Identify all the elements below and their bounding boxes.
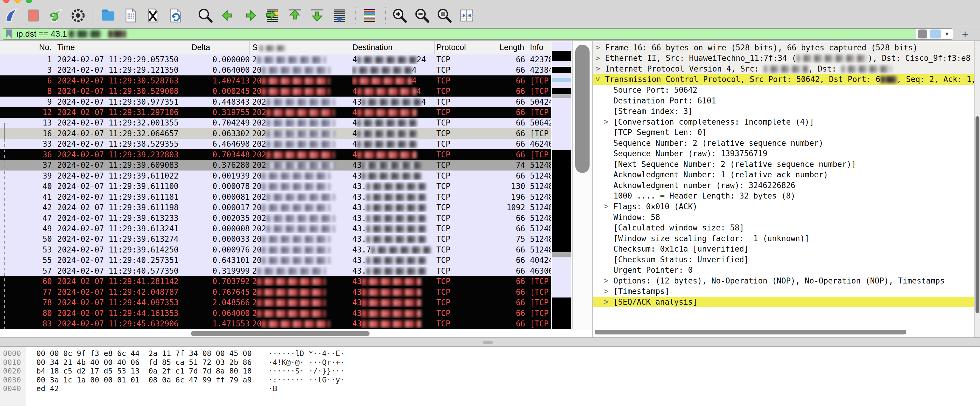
packet-row-12[interactable]: 122024-02-07 11:29:31.2971060.3197552024…: [0, 107, 551, 118]
chevron-right-icon[interactable]: >: [595, 43, 600, 52]
add-filter-button[interactable]: +: [957, 28, 973, 40]
hex-row[interactable]: 000000 00 0c 9f f3 e8 6c 44 2a 11 7f 34 …: [0, 349, 980, 358]
packet-row-60[interactable]: 602024-02-07 11:29:41.2811420.703792243T…: [0, 276, 551, 287]
clear-filter-button[interactable]: [918, 30, 927, 38]
column-header-protocol[interactable]: Protocol: [434, 41, 497, 54]
open-file-button[interactable]: [100, 6, 117, 24]
details-row[interactable]: Checksum: 0x1c1a [unverified]: [593, 244, 974, 254]
chevron-right-icon[interactable]: >: [604, 297, 609, 306]
packet-row-42[interactable]: 422024-02-07 11:29:39.6111980.0000172043…: [0, 202, 551, 213]
chevron-right-icon[interactable]: >: [604, 117, 609, 126]
packet-list-horizontal-scrollbar[interactable]: [0, 329, 593, 338]
packet-list-vertical-scrollbar[interactable]: [572, 41, 593, 329]
packet-row-41[interactable]: 412024-02-07 11:29:39.6111810.0000812024…: [0, 192, 551, 202]
pane-splitter[interactable]: [0, 338, 980, 347]
packet-row-33[interactable]: 332024-02-07 11:29:38.5293556.4646982024…: [0, 139, 551, 149]
bookmark-icon[interactable]: [6, 30, 12, 38]
save-file-button[interactable]: [122, 6, 139, 24]
find-packet-button[interactable]: [197, 6, 214, 24]
display-filter-input[interactable]: ip.dst == 43.1 ▾: [2, 28, 953, 40]
details-horizontal-scrollbar[interactable]: [593, 327, 974, 338]
hex-row[interactable]: 001000 34 21 4b 40 00 40 06 fd 85 ca 51 …: [0, 358, 980, 367]
packet-row-39[interactable]: 392024-02-07 11:29:39.6110220.0019392043…: [0, 170, 551, 181]
details-row[interactable]: Acknowledgment number (raw): 3246226826: [593, 180, 974, 191]
details-row[interactable]: [Window size scaling factor: -1 (unknown…: [593, 233, 974, 244]
scrollbar-thumb[interactable]: [595, 330, 906, 334]
hex-row[interactable]: 003000 3a 1c 1a 00 00 01 01 08 0a 6c 47 …: [0, 376, 980, 385]
close-window-button[interactable]: [3, 0, 10, 3]
go-to-packet-button[interactable]: [264, 6, 281, 24]
column-header-time[interactable]: Time: [54, 41, 189, 54]
details-row[interactable]: >[Timestamps]: [593, 286, 974, 297]
column-header-destination[interactable]: Destination: [352, 41, 434, 54]
details-row[interactable]: >Options: (12 bytes), No-Operation (NOP)…: [593, 275, 974, 286]
details-row[interactable]: [Checksum Status: Unverified]: [593, 254, 974, 265]
go-back-button[interactable]: [219, 6, 236, 24]
details-row[interactable]: 1000 .... = Header Length: 32 bytes (8): [593, 191, 974, 202]
column-header-no[interactable]: No.: [0, 41, 54, 54]
zoom-out-button[interactable]: [414, 6, 431, 24]
scrollbar-thumb[interactable]: [975, 116, 979, 313]
details-row[interactable]: Source Port: 50642: [593, 84, 974, 96]
packet-row-8[interactable]: 82024-02-07 11:29:30.5290080.0002452044T…: [0, 86, 551, 96]
details-row[interactable]: [Next Sequence Number: 2 (relative seque…: [593, 159, 974, 170]
auto-scroll-button[interactable]: [331, 6, 348, 24]
capture-options-button[interactable]: [70, 6, 87, 24]
go-first-button[interactable]: [286, 6, 304, 24]
stop-capture-button[interactable]: [25, 6, 42, 24]
details-row[interactable]: >Transmission Control Protocol, Src Port…: [593, 74, 974, 85]
chevron-right-icon[interactable]: >: [604, 276, 609, 285]
go-forward-button[interactable]: [242, 6, 259, 24]
details-row[interactable]: >Ethernet II, Src: HuaweiTechno_11:7f:34…: [593, 53, 974, 64]
scrollbar-thumb[interactable]: [575, 45, 590, 173]
details-row[interactable]: >Flags: 0x010 (ACK): [593, 201, 974, 212]
packet-row-3[interactable]: 32024-02-07 11:29:29.1213500.064000204TC…: [0, 65, 551, 75]
details-row[interactable]: Window: 58: [593, 212, 974, 223]
packet-row-80[interactable]: 802024-02-07 11:29:44.1613530.064000243T…: [0, 308, 551, 318]
details-row[interactable]: [TCP Segment Len: 0]: [593, 127, 974, 138]
packet-row-16[interactable]: 162024-02-07 11:29:32.0646570.0633022024…: [0, 128, 551, 139]
hex-row[interactable]: 0040ed 42·B: [0, 384, 980, 393]
packet-row-47[interactable]: 472024-02-07 11:29:39.6132330.0020352024…: [0, 213, 551, 223]
start-capture-button[interactable]: [2, 6, 20, 24]
details-row[interactable]: [Stream index: 3]: [593, 106, 974, 116]
packet-row-36[interactable]: 362024-02-07 11:29:39.2328030.7034482024…: [0, 149, 551, 160]
column-header-delta[interactable]: Delta: [189, 41, 250, 54]
chevron-down-icon[interactable]: >: [593, 77, 602, 82]
minimize-window-button[interactable]: [14, 0, 21, 3]
restart-capture-button[interactable]: [47, 6, 64, 24]
chevron-right-icon[interactable]: >: [604, 287, 609, 296]
intelligent-scrollbar-minimap[interactable]: [552, 42, 571, 329]
reload-file-button[interactable]: [167, 6, 184, 24]
zoom-in-button[interactable]: [391, 6, 408, 24]
chevron-right-icon[interactable]: >: [595, 54, 600, 63]
packet-row-78[interactable]: 782024-02-07 11:29:44.0973532.048566243T…: [0, 297, 551, 307]
go-last-button[interactable]: [309, 6, 326, 24]
close-file-button[interactable]: [144, 6, 162, 24]
details-row[interactable]: Sequence Number (raw): 1393756719: [593, 148, 974, 159]
packet-row-49[interactable]: 492024-02-07 11:29:39.6132410.0000082024…: [0, 223, 551, 234]
details-row[interactable]: >Frame 16: 66 bytes on wire (528 bits), …: [593, 42, 974, 53]
zoom-reset-button[interactable]: [436, 6, 453, 24]
hex-row[interactable]: 0020b4 18 c5 d2 17 d5 53 13 0a 2f c1 7d …: [0, 367, 980, 376]
packet-row-77[interactable]: 772024-02-07 11:29:42.0487870.767645243T…: [0, 287, 551, 297]
chevron-right-icon[interactable]: >: [604, 202, 609, 211]
packet-row-55[interactable]: 552024-02-07 11:29:40.2573510.6431012043…: [0, 255, 551, 266]
packet-row-37[interactable]: 372024-02-07 11:29:39.6090830.3762802024…: [0, 160, 551, 170]
filter-dropdown-button[interactable]: ▾: [943, 30, 950, 38]
packet-row-53[interactable]: 532024-02-07 11:29:39.6142500.0009762043…: [0, 244, 551, 255]
colorize-button[interactable]: [361, 6, 378, 24]
packet-row-9[interactable]: 92024-02-07 11:29:30.9773510.44834320243…: [0, 97, 551, 107]
details-row[interactable]: >Internet Protocol Version 4, Src: , Dst…: [593, 64, 974, 74]
resize-columns-button[interactable]: [458, 6, 476, 24]
packet-row-1[interactable]: 12024-02-07 11:29:29.0573500.0000002424T…: [0, 54, 551, 65]
details-row[interactable]: Acknowledgment Number: 1 (relative ack n…: [593, 170, 974, 180]
column-header-length[interactable]: Length: [497, 41, 525, 54]
scrollbar-thumb[interactable]: [191, 331, 369, 336]
packet-row-13[interactable]: 132024-02-07 11:29:32.0013550.7042492024…: [0, 118, 551, 128]
details-row[interactable]: >[Conversation completeness: Incomplete …: [593, 116, 974, 127]
details-row[interactable]: Sequence Number: 2 (relative sequence nu…: [593, 138, 974, 148]
zoom-window-button[interactable]: [25, 0, 32, 3]
chevron-right-icon[interactable]: >: [595, 64, 600, 73]
details-vertical-scrollbar[interactable]: [974, 41, 980, 338]
